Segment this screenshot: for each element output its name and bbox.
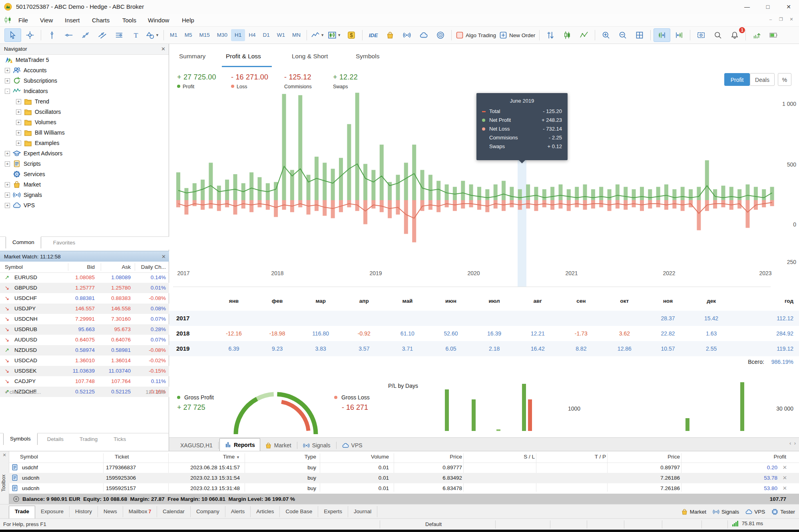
loss-bar[interactable] [404, 200, 408, 234]
loss-bar[interactable] [274, 200, 278, 217]
toolbox-col-type[interactable]: Type [305, 451, 316, 463]
tree-expander-icon[interactable]: + [5, 151, 10, 156]
mdi-close-icon[interactable]: ✕ [787, 17, 796, 22]
profit-bar[interactable] [583, 185, 587, 200]
timeframe-mn[interactable]: MN [289, 29, 304, 41]
tree-item-volumes[interactable]: +Volumes [0, 117, 169, 127]
tree-item-subscriptions[interactable]: +Subscriptions [0, 75, 169, 86]
navigator-tab-favorites[interactable]: Favorites [47, 238, 82, 248]
tree-item-bill-williams[interactable]: +Bill Williams [0, 127, 169, 138]
cursor-button[interactable] [4, 28, 21, 42]
profit-bar[interactable] [502, 181, 506, 200]
tree-item-expert-advisors[interactable]: +Expert Advisors [0, 148, 169, 159]
toolbox-col-symbol[interactable]: Symbol [20, 451, 38, 463]
tree-expander-icon[interactable]: + [16, 120, 21, 125]
trade-row-1779366837[interactable]: usdchf17793668372023.06.28 15:41:57buy0.… [9, 463, 799, 473]
profit-bar[interactable] [567, 189, 571, 200]
close-trade-icon[interactable]: ✕ [783, 473, 787, 483]
loss-bar[interactable] [453, 200, 457, 211]
loss-bar[interactable] [770, 200, 774, 206]
loss-bar[interactable] [567, 200, 571, 211]
market-watch-tab-ticks[interactable]: Ticks [107, 434, 132, 445]
loss-bar[interactable] [217, 200, 221, 211]
navigator-close-icon[interactable]: ✕ [161, 44, 165, 54]
tree-expander-icon[interactable]: + [5, 78, 10, 83]
profit-bar[interactable] [591, 189, 595, 200]
bottom-signals-button[interactable]: Signals [713, 508, 739, 515]
menu-item-insert[interactable]: Insert [62, 16, 82, 24]
profit-bar[interactable] [737, 189, 741, 200]
toolbox-col-ticket[interactable]: Ticket [115, 451, 129, 463]
profit-bar[interactable] [380, 145, 384, 200]
loss-bar[interactable] [176, 200, 180, 207]
timeframe-h1[interactable]: H1 [231, 29, 245, 41]
algo-trading-button[interactable]: Algo Trading [454, 29, 497, 42]
tree-item-vps[interactable]: +VPS [0, 200, 169, 210]
toolbox-col-sl[interactable]: S / L [524, 451, 535, 463]
market-watch-row-usdchf[interactable]: ↘USDCHF0.883810.88383-0.08% [0, 293, 169, 304]
loss-bar[interactable] [307, 200, 311, 214]
tree-expander-icon[interactable]: + [5, 203, 10, 208]
tree-item-trend[interactable]: +Trend [0, 96, 169, 107]
toolbox-tab-journal[interactable]: Journal [348, 506, 377, 517]
profit-bar[interactable] [412, 145, 416, 200]
profit-bar[interactable] [233, 174, 237, 200]
view-button-percent[interactable]: % [778, 73, 791, 86]
profit-bar[interactable] [176, 173, 180, 200]
tree-expander-icon[interactable]: + [5, 182, 10, 187]
tab-scroll-arrows[interactable]: ‹ › [789, 440, 796, 446]
cloud-button[interactable] [416, 29, 432, 42]
profit-bar[interactable] [371, 170, 375, 200]
toolbox-tab-mailbox[interactable]: Mailbox7 [123, 506, 157, 517]
expand-summary-icon[interactable] [13, 496, 20, 502]
market-watch-row-usdrub[interactable]: ↘USDRUB95.66395.6730.28% [0, 324, 169, 335]
loss-bar[interactable] [746, 200, 750, 228]
menu-item-window[interactable]: Window [145, 16, 171, 24]
zoom-out-button[interactable] [615, 29, 631, 42]
profit-bar[interactable] [355, 93, 359, 200]
chart-candles-button[interactable]: ▼ [327, 29, 343, 42]
profit-bar[interactable] [331, 169, 335, 200]
toolbox-col-profit[interactable]: Profit [773, 451, 786, 463]
profit-bar[interactable] [436, 181, 440, 200]
view-button-profit[interactable]: Profit [724, 73, 750, 86]
timeframe-w1[interactable]: W1 [273, 29, 289, 41]
tree-item-services[interactable]: Services [0, 169, 169, 179]
market-watch-row-usdcad[interactable]: ↘USDCAD1.360101.36014-0.02% [0, 355, 169, 366]
profit-bar[interactable] [209, 163, 213, 200]
profit-bar[interactable] [575, 187, 579, 200]
profit-bar[interactable] [762, 189, 766, 200]
toolbox-tab-alerts[interactable]: Alerts [225, 506, 251, 517]
tree-expander-icon[interactable]: + [5, 161, 10, 167]
new-order-button[interactable]: New Order [498, 29, 536, 42]
loss-bar[interactable] [323, 200, 327, 216]
vertical-line-button[interactable] [44, 29, 60, 42]
ide-button[interactable]: IDE [365, 29, 381, 42]
toolbox-tab-code-base[interactable]: Code Base [280, 506, 318, 517]
tree-item-scripts[interactable]: +Scripts [0, 159, 169, 169]
profit-bar[interactable] [616, 185, 620, 200]
market-watch-row-audusd[interactable]: ↘AUDUSD0.640750.640760.07% [0, 335, 169, 345]
candles-green-button[interactable] [559, 29, 575, 42]
profit-bar[interactable] [754, 187, 758, 200]
bottom-vps-button[interactable]: VPS [745, 508, 765, 515]
tile-windows-button[interactable] [632, 29, 648, 42]
profit-bar[interactable] [249, 173, 253, 200]
profit-bar[interactable] [307, 175, 311, 200]
navigator-tab-common[interactable]: Common [6, 236, 41, 248]
market-watch-row-usdjpy[interactable]: ↘USDJPY146.557146.5580.08% [0, 304, 169, 314]
status-profile[interactable]: Default [425, 521, 442, 527]
tree-item-accounts[interactable]: +Accounts [0, 65, 169, 75]
toolbox-col-time[interactable]: Time ▼ [223, 451, 240, 463]
search-button[interactable] [710, 29, 726, 42]
profit-bar[interactable] [518, 189, 522, 200]
market-watch-row-nzdusd[interactable]: ↗NZDUSD0.589740.58981-0.08% [0, 345, 169, 355]
profit-bar[interactable] [672, 189, 676, 200]
bottom-market-button[interactable]: Market [681, 508, 706, 515]
notifications-button[interactable]: 1 [727, 29, 743, 42]
horizontal-line-button[interactable] [61, 29, 77, 42]
market-watch-col-1[interactable]: Bid [87, 262, 95, 272]
market-watch-col-0[interactable]: Symbol [5, 262, 23, 272]
toolbox-tab-news[interactable]: News [98, 506, 123, 517]
timeframe-m15[interactable]: M15 [196, 29, 213, 41]
